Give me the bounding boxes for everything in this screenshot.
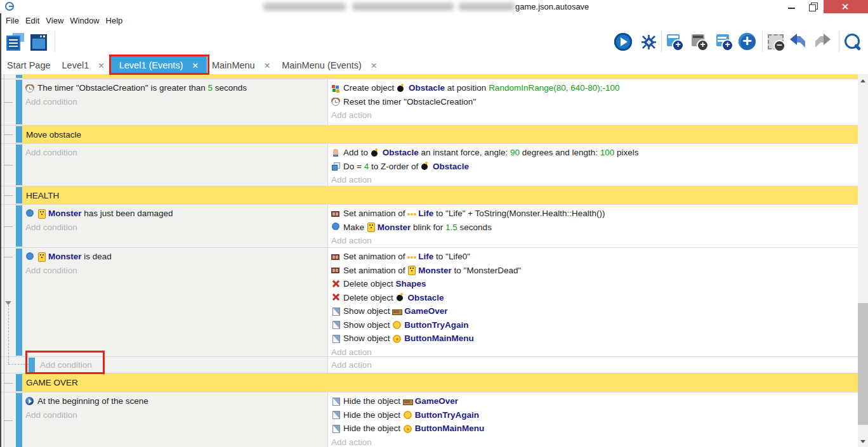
debug-icon[interactable]: [640, 33, 657, 51]
menu-edit[interactable]: Edit: [25, 16, 39, 25]
comment-row: Move obstacle: [0, 126, 858, 144]
title-redacted: [352, 3, 454, 11]
event-line[interactable]: Do = 4 to Z-order of Obstacle: [331, 160, 858, 174]
add-event-icon[interactable]: [666, 33, 684, 51]
panel-splitter[interactable]: [0, 13, 1, 447]
scene-icon: [25, 397, 35, 406]
event-line[interactable]: The timer "ObstacleCreation" is greater …: [25, 81, 327, 95]
event-line[interactable]: Hide the object ButtonMainMenu: [331, 422, 858, 436]
tab-close-icon[interactable]: ✕: [264, 61, 270, 70]
event-row: Add conditionAdd to Obstacle an instant …: [0, 144, 858, 186]
comment-text[interactable]: HEALTH: [22, 186, 858, 204]
gameover-icon: [392, 307, 402, 316]
actions-cell: Set animation of Life to "Life0"Set anim…: [327, 248, 858, 356]
event-line[interactable]: At the beginning of the scene: [25, 394, 327, 408]
search-icon[interactable]: [844, 33, 862, 51]
anim-icon: [331, 266, 341, 275]
comment-text[interactable]: GAME OVER: [22, 373, 858, 392]
event-line[interactable]: Make Monster blink for 1.5 seconds: [331, 221, 858, 235]
event-color-bar[interactable]: [16, 145, 22, 185]
add-action-placeholder[interactable]: Add action: [331, 436, 858, 447]
gear-icon: [25, 252, 35, 261]
scrollbar-down-icon[interactable]: [860, 440, 865, 443]
event-color-bar[interactable]: [16, 126, 22, 143]
event-row: At the beginning of the sceneAdd conditi…: [0, 392, 858, 447]
gear-icon: [331, 223, 341, 231]
event-line[interactable]: Hide the object ButtonTryAgain: [331, 408, 858, 422]
event-color-bar[interactable]: [16, 80, 22, 124]
zorder-icon: [331, 162, 341, 171]
toolbar: [0, 27, 868, 56]
event-line[interactable]: Create object Obstacle at position Rando…: [331, 81, 858, 95]
tab-close-icon[interactable]: ✕: [98, 61, 104, 70]
add-action-placeholder[interactable]: Add action: [331, 173, 858, 187]
add-action-placeholder[interactable]: Add action: [331, 358, 858, 372]
actions-cell: Hide the object GameOverHide the object …: [327, 392, 858, 447]
event-line[interactable]: Monster has just been damaged: [25, 207, 327, 221]
scene-editor-icon[interactable]: [30, 33, 48, 51]
add-subevent-icon[interactable]: [691, 33, 709, 51]
event-color-bar[interactable]: [16, 374, 22, 391]
event-line[interactable]: Set animation of Life to "Life" + ToStri…: [331, 207, 858, 221]
menu-window[interactable]: Window: [70, 16, 99, 25]
event-line[interactable]: Hide the object GameOver: [331, 394, 858, 408]
event-color-bar[interactable]: [16, 187, 22, 204]
add-condition-placeholder[interactable]: Add condition: [25, 264, 327, 278]
btn1-icon: [403, 410, 412, 419]
play-icon[interactable]: [614, 33, 632, 51]
window-title: game.json.autosave: [515, 2, 589, 11]
tab-level1[interactable]: Level1✕: [62, 56, 105, 74]
event-line[interactable]: Add to Obstacle an instant force, angle:…: [331, 146, 858, 160]
tab-mainmenu[interactable]: MainMenu✕: [212, 56, 270, 74]
event-color-bar[interactable]: [16, 75, 22, 78]
comment-text[interactable]: [22, 74, 858, 79]
undo-icon[interactable]: [789, 33, 806, 51]
tab-start-page[interactable]: Start Page: [7, 56, 51, 74]
redo-icon[interactable]: [814, 33, 832, 51]
event-color-bar[interactable]: [16, 249, 22, 356]
event-row: Monster is deadAdd conditionSet animatio…: [0, 248, 858, 357]
event-color-bar[interactable]: [16, 393, 22, 447]
annotation-box-add-condition: [25, 351, 105, 374]
comment-text[interactable]: Move obstacle: [22, 126, 858, 143]
event-line[interactable]: Reset the timer "ObstacleCreation": [331, 95, 858, 109]
add-condition-placeholder[interactable]: Add condition: [25, 95, 327, 109]
monster-icon: [367, 223, 375, 231]
scrollbar-up-icon[interactable]: [860, 79, 865, 82]
tab-mainmenu-events[interactable]: MainMenu (Events)✕: [282, 56, 377, 74]
menu-bar: File Edit View Window Help: [0, 13, 868, 27]
actions-cell: Create object Obstacle at position Rando…: [327, 79, 858, 125]
scrollbar-thumb[interactable]: [858, 303, 868, 425]
event-line[interactable]: Delete object Shapes: [331, 277, 858, 291]
restore-button[interactable]: [802, 0, 824, 13]
add-comment-icon[interactable]: [716, 33, 733, 51]
delete-event-icon[interactable]: [767, 33, 785, 51]
event-line[interactable]: Show object ButtonTryAgain: [331, 318, 858, 332]
add-other-event-icon[interactable]: [739, 33, 756, 51]
event-line[interactable]: Show object ButtonMainMenu: [331, 332, 858, 346]
actions-cell: Add to Obstacle an instant force, angle:…: [327, 144, 858, 186]
life-icon: [407, 209, 418, 218]
menu-view[interactable]: View: [46, 16, 63, 25]
menu-file[interactable]: File: [6, 16, 19, 25]
add-condition-placeholder[interactable]: Add condition: [25, 408, 327, 422]
add-action-placeholder[interactable]: Add action: [331, 108, 858, 122]
event-line[interactable]: Set animation of Life to "Life0": [331, 250, 858, 264]
event-color-bar[interactable]: [16, 205, 22, 247]
events-editor-icon[interactable]: [6, 33, 24, 51]
add-condition-placeholder[interactable]: Add condition: [25, 221, 327, 235]
event-line[interactable]: Delete object Obstacle: [331, 291, 858, 305]
event-line[interactable]: Show object GameOver: [331, 304, 858, 318]
delete-icon: [331, 280, 341, 288]
menu-help[interactable]: Help: [106, 16, 123, 25]
event-line[interactable]: Set animation of Monster to "MonsterDead…: [331, 264, 858, 278]
minimize-button[interactable]: [780, 0, 802, 13]
tab-close-icon[interactable]: ✕: [371, 61, 377, 70]
event-row: Add conditionAdd action: [0, 357, 858, 373]
add-condition-placeholder[interactable]: Add condition: [25, 146, 327, 160]
monster-icon: [37, 252, 46, 261]
vertical-scrollbar[interactable]: [858, 74, 868, 447]
close-button[interactable]: [824, 0, 868, 13]
event-line[interactable]: Monster is dead: [25, 250, 327, 264]
add-action-placeholder[interactable]: Add action: [331, 234, 858, 248]
